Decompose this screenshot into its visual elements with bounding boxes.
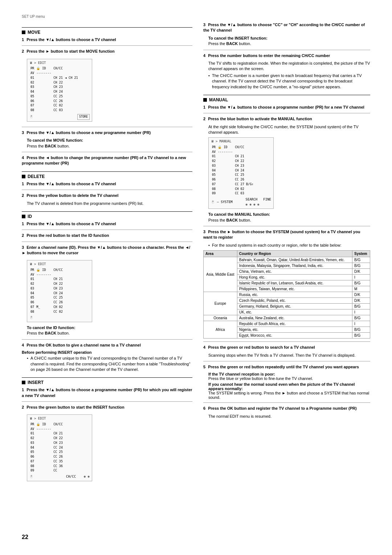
system-bg-3: B/G (352, 280, 370, 286)
move-screen-box: 🖥 > EDIT PR🔒 IDCH/CC AV-------- 01CH 21◄… (27, 59, 92, 122)
move-cancel: To cancel the MOVE function:Press the BA… (27, 138, 192, 149)
id-screen-box: 🖥 > EDIT PR🔒 IDCH/CC AV-------- 01CH 21 … (27, 260, 92, 322)
country-egypt: Egypt, Morocco, etc. (237, 333, 352, 339)
insert-step-4-right: 4 Press the number buttons to enter the … (203, 53, 370, 58)
insert-step-4-note: The TV shifts to registration mode. When… (208, 61, 370, 72)
id-title: ID (28, 214, 32, 219)
move-step-2: 2 Press the ► button to start the MOVE f… (22, 49, 192, 54)
country-china: China, Vietnam, etc. (237, 269, 352, 275)
left-column: MOVE 1 Press the ▼/▲ buttons to choose a… (22, 22, 192, 483)
delete-section-header: DELETE (22, 171, 192, 179)
manual-step-2-note: At the right side following the CH/CC nu… (208, 124, 370, 135)
right-column: 3 Press the ▼/▲ buttons to choose "CC" o… (203, 22, 370, 483)
manual-step-4: 4 Press the green or red button to searc… (203, 345, 370, 350)
manual-step-1: 1 Press the ▼/▲ buttons to choose a prog… (203, 105, 370, 110)
table-row: Oceania Australia, New Zealand, etc. B/G (204, 315, 370, 321)
manual-cancel: To cancel the MANUAL function:Press the … (208, 212, 370, 223)
table-row: Asia, Middle East Bahrain, Kuwait, Oman,… (204, 257, 370, 263)
country-hongkong: Hong Kong, etc. (237, 275, 352, 280)
move-section-header: MOVE (22, 27, 192, 35)
country-iran: Islamic Republic of Iran, Lebanon, Saudi… (237, 280, 352, 286)
system-bg-7: B/G (352, 333, 370, 339)
area-europe: Europe (204, 292, 237, 315)
insert-step-1: 1 Press the ▼/▲ buttons to choose a prog… (22, 387, 192, 398)
manual-title: MANUAL (209, 97, 228, 102)
manual-step-2: 2 Press the blue button to activate the … (203, 116, 370, 122)
id-step-2: 2 Press the red button to start the ID f… (22, 233, 192, 238)
insert-step-2: 2 Press the green button to start the IN… (22, 405, 192, 410)
country-philippines: Philippines, Taiwan, Myanmar, etc. (237, 286, 352, 292)
area-oceania: Oceania (204, 315, 237, 321)
system-table: Area Country or Region System Asia, Midd… (203, 250, 370, 339)
manual-step-3-bullet: For the sound systems in each country or… (208, 243, 370, 248)
move-step-1: 1 Press the ▼/▲ buttons to choose a TV c… (22, 37, 192, 42)
country-russia: Russia, etc. (237, 292, 352, 298)
move-title: MOVE (28, 30, 40, 35)
insert-bullet (22, 381, 25, 384)
delete-step-2: 2 Press the yellow button to delete the … (22, 193, 192, 198)
before-insert: Before performing INSERT operation A CH/… (22, 350, 192, 372)
table-header-country: Country or Region (237, 251, 352, 257)
manual-step-6: 6 Press the OK button and register the T… (203, 406, 370, 411)
system-bg-4: B/G (352, 304, 370, 309)
table-row: Africa Republic of South Africa, etc. I (204, 321, 370, 327)
move-step-4: 4 Press the ◄ button to change the progr… (22, 155, 192, 166)
id-section-header: ID (22, 211, 192, 219)
system-bg-6: B/G (352, 327, 370, 333)
manual-step-6-note: The normal EDIT menu is resumed. (208, 414, 370, 419)
manual-step-3: 3 Press the ► button to choose the SYSTE… (203, 229, 370, 240)
system-m: M (352, 286, 370, 292)
system-dk-2: D/K (352, 292, 370, 298)
delete-bullet (22, 175, 25, 178)
country-south-africa: Republic of South Africa, etc. (237, 321, 352, 327)
table-header-system: System (352, 251, 370, 257)
insert-step-3-right: 3 Press the ▼/▲ buttons to choose "CC" o… (203, 22, 370, 33)
id-cancel: To cancel the ID function:Press the BACK… (27, 325, 192, 336)
system-dk-1: D/K (352, 269, 370, 275)
country-australia: Australia, New Zealand, etc. (237, 315, 352, 321)
country-czech: Czech Republic, Poland, etc. (237, 298, 352, 304)
insert-title: INSERT (28, 380, 44, 385)
manual-section-header: MANUAL (203, 95, 370, 102)
setup-menu-label: SET UP menu (22, 15, 370, 19)
insert-cancel: To cancel the INSERT function:Press the … (208, 36, 370, 47)
country-uk: UK, etc. (237, 309, 352, 315)
area-africa: Africa (204, 321, 237, 339)
manual-bullet (203, 98, 207, 102)
insert-section-header: INSERT (22, 377, 192, 385)
id-bullet (22, 215, 25, 218)
table-row: Europe Russia, etc. D/K (204, 292, 370, 298)
system-dk-3: D/K (352, 298, 370, 304)
manual-step-4-note: Scanning stops when the TV finds a TV ch… (208, 353, 370, 358)
delete-step-1: 1 Press the ▼/▲ buttons to choose a TV c… (22, 181, 192, 187)
system-bg-2: B/G (352, 263, 370, 269)
page-number: 22 (22, 534, 28, 540)
country-indonesia: Indonesia, Malaysia, Singapore, Thailand… (237, 263, 352, 269)
country-nigeria: Nigeria, etc. (237, 327, 352, 333)
move-step-3: 3 Press the ▼/▲ buttons to choose a new … (22, 130, 192, 135)
id-step-4: 4 Press the OK button to give a channel … (22, 343, 192, 348)
delete-title: DELETE (28, 174, 45, 179)
insert-step-4-bullet: The CH/CC number is a number given to ea… (208, 73, 370, 90)
id-step-1: 1 Press the ▼/▲ buttons to choose a TV c… (22, 221, 192, 227)
table-header-area: Area (204, 251, 237, 257)
manual-step-5: 5 Press the green or red button repeated… (203, 364, 370, 370)
insert-screen-box: 🖥 > EDIT PR🔒 IDCH/CC AV-------- 01CH 21 … (27, 414, 92, 481)
if-poor: If the TV channel reception is poor: Pre… (208, 372, 370, 381)
country-bahrain: Bahrain, Kuwait, Oman, Qatar, United Ara… (237, 257, 352, 263)
if-no-sound: If you cannot hear the normal sound even… (208, 382, 370, 400)
id-step-3: 3 Enter a channel name (ID). Press the ▼… (22, 245, 192, 256)
system-i-2: I (352, 309, 370, 315)
area-asia-middle-east: Asia, Middle East (204, 257, 237, 292)
move-bullet (22, 31, 25, 34)
system-bg-1: B/G (352, 257, 370, 263)
delete-step-2-note: The TV channel is deleted from the progr… (27, 201, 192, 206)
country-germany: Germany, Holland, Belgium, etc. (237, 304, 352, 309)
manual-screen-box: 🖥 > MANUAL PR🔒 IDCH/CC AV-------- 01CH 2… (208, 137, 274, 209)
system-i-3: I (352, 321, 370, 327)
system-bg-5: B/G (352, 315, 370, 321)
system-i-1: I (352, 275, 370, 280)
